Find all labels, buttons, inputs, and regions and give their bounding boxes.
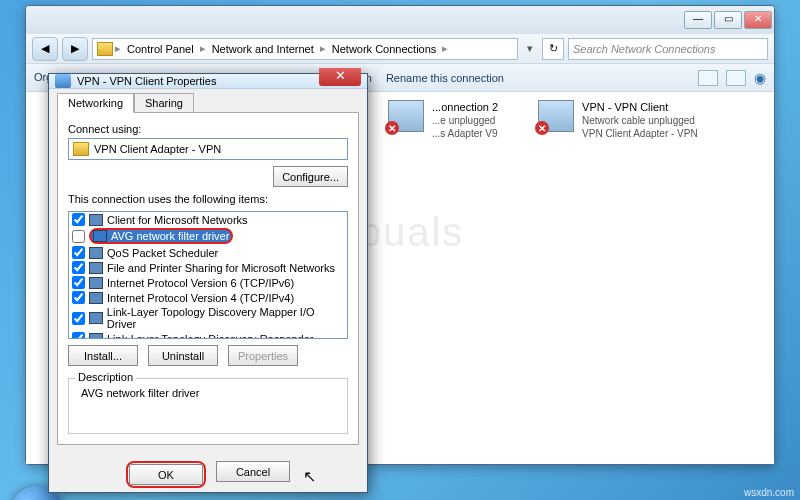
credit-text: wsxdn.com [744, 487, 794, 498]
items-label: This connection uses the following items… [68, 193, 348, 205]
chevron-right-icon: ▸ [442, 42, 448, 55]
client-icon [89, 214, 103, 226]
item-label: Link-Layer Topology Discovery Responder [107, 333, 313, 340]
close-icon[interactable]: ✕ [319, 68, 361, 86]
adapter-field: VPN Client Adapter - VPN [68, 138, 348, 160]
install-button[interactable]: Install... [68, 345, 138, 366]
connection-name: VPN - VPN Client [582, 100, 698, 114]
list-item[interactable]: Internet Protocol Version 6 (TCP/IPv6) [69, 275, 347, 290]
item-checkbox[interactable] [72, 276, 85, 289]
service-icon [89, 262, 103, 274]
item-label: Link-Layer Topology Discovery Mapper I/O… [107, 306, 344, 330]
item-label: Internet Protocol Version 4 (TCP/IPv4) [107, 292, 294, 304]
network-adapter-icon: ✕ [388, 100, 424, 132]
item-label: Client for Microsoft Networks [107, 214, 248, 226]
network-adapter-icon: ✕ [538, 100, 574, 132]
breadcrumb-item[interactable]: Network and Internet [208, 43, 318, 55]
dialog-buttons: OK Cancel [49, 453, 367, 496]
preview-pane-icon[interactable] [726, 70, 746, 86]
list-item[interactable]: Link-Layer Topology Discovery Mapper I/O… [69, 305, 347, 331]
item-checkbox[interactable] [72, 312, 85, 325]
dropdown-icon[interactable]: ▾ [522, 42, 538, 55]
error-x-icon: ✕ [535, 121, 549, 135]
connection-status: ...e unplugged [432, 114, 498, 127]
breadcrumb[interactable]: ▸ Control Panel ▸ Network and Internet ▸… [92, 38, 518, 60]
description-label: Description [75, 371, 136, 383]
networking-panel: Connect using: VPN Client Adapter - VPN … [57, 112, 359, 445]
explorer-titlebar: — ▭ ✕ [26, 6, 774, 34]
connection-adapter: VPN Client Adapter - VPN [582, 127, 698, 140]
tab-sharing[interactable]: Sharing [134, 93, 194, 113]
minimize-button[interactable]: — [684, 11, 712, 29]
chevron-right-icon: ▸ [115, 42, 121, 55]
dialog-title: VPN - VPN Client Properties [77, 75, 313, 87]
list-item[interactable]: File and Printer Sharing for Microsoft N… [69, 260, 347, 275]
dialog-titlebar: VPN - VPN Client Properties ✕ [49, 74, 367, 89]
connection-item[interactable]: ✕ ...onnection 2 ...e unplugged ...s Ada… [388, 100, 498, 456]
configure-button[interactable]: Configure... [273, 166, 348, 187]
description-group: Description AVG network filter driver [68, 378, 348, 434]
network-icon [55, 74, 71, 88]
protocol-icon [89, 312, 103, 324]
refresh-button[interactable]: ↻ [542, 38, 564, 60]
adapter-icon [73, 142, 89, 156]
item-checkbox[interactable] [72, 332, 85, 339]
chevron-right-icon: ▸ [200, 42, 206, 55]
item-checkbox[interactable] [72, 246, 85, 259]
close-button[interactable]: ✕ [744, 11, 772, 29]
network-items-list[interactable]: Client for Microsoft Networks AVG networ… [68, 211, 348, 339]
item-label: Internet Protocol Version 6 (TCP/IPv6) [107, 277, 294, 289]
breadcrumb-icon [97, 42, 113, 56]
adapter-name: VPN Client Adapter - VPN [94, 143, 221, 155]
item-label: File and Printer Sharing for Microsoft N… [107, 262, 335, 274]
properties-button: Properties [228, 345, 298, 366]
connection-status: Network cable unplugged [582, 114, 698, 127]
forward-button[interactable]: ▶ [62, 37, 88, 61]
properties-dialog: VPN - VPN Client Properties ✕ Networking… [48, 73, 368, 493]
rename-button[interactable]: Rename this connection [386, 72, 504, 84]
list-item[interactable]: Internet Protocol Version 4 (TCP/IPv4) [69, 290, 347, 305]
uninstall-button[interactable]: Uninstall [148, 345, 218, 366]
help-icon[interactable]: ◉ [754, 70, 766, 86]
service-icon [89, 247, 103, 259]
breadcrumb-item[interactable]: Network Connections [328, 43, 441, 55]
error-x-icon: ✕ [385, 121, 399, 135]
item-checkbox[interactable] [72, 291, 85, 304]
list-item[interactable]: QoS Packet Scheduler [69, 245, 347, 260]
ok-button[interactable]: OK [129, 464, 203, 485]
maximize-button[interactable]: ▭ [714, 11, 742, 29]
dialog-tabs: Networking Sharing [57, 93, 359, 113]
breadcrumb-item[interactable]: Control Panel [123, 43, 198, 55]
chevron-right-icon: ▸ [320, 42, 326, 55]
list-item[interactable]: Client for Microsoft Networks [69, 212, 347, 227]
protocol-icon [89, 292, 103, 304]
item-checkbox[interactable] [72, 261, 85, 274]
list-item-selected[interactable]: AVG network filter driver [69, 227, 347, 245]
connect-using-label: Connect using: [68, 123, 348, 135]
explorer-navbar: ◀ ▶ ▸ Control Panel ▸ Network and Intern… [26, 34, 774, 64]
tab-networking[interactable]: Networking [57, 93, 134, 113]
item-checkbox[interactable] [72, 230, 85, 243]
item-checkbox[interactable] [72, 213, 85, 226]
view-icon[interactable] [698, 70, 718, 86]
protocol-icon [89, 277, 103, 289]
item-label: AVG network filter driver [111, 230, 229, 242]
protocol-icon [89, 333, 103, 340]
connection-item[interactable]: ✕ VPN - VPN Client Network cable unplugg… [538, 100, 698, 456]
cancel-button[interactable]: Cancel [216, 461, 290, 482]
connection-adapter: ...s Adapter V9 [432, 127, 498, 140]
description-text: AVG network filter driver [77, 385, 339, 425]
back-button[interactable]: ◀ [32, 37, 58, 61]
list-item[interactable]: Link-Layer Topology Discovery Responder [69, 331, 347, 339]
connection-name: ...onnection 2 [432, 100, 498, 114]
item-label: QoS Packet Scheduler [107, 247, 218, 259]
search-input[interactable]: Search Network Connections [568, 38, 768, 60]
service-icon [93, 230, 107, 242]
